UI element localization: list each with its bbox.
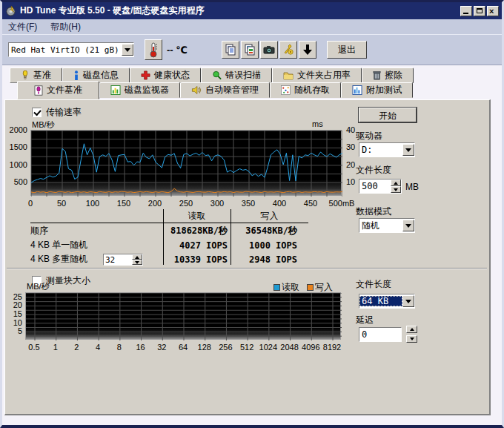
table-row: 4 KB 单一随机 4027 IOPS 1000 IOPS — [30, 238, 308, 252]
tab-label: 文件基准 — [47, 84, 82, 96]
block-size-chart: MB/秒 读取 写入 2520151050.512481632641282565… — [7, 279, 361, 352]
temperature-button[interactable] — [145, 39, 162, 60]
file-length-spinner[interactable]: 500 — [359, 179, 402, 194]
tab-extra-tests[interactable]: 附加测试 — [341, 82, 413, 98]
titlebar: HD Tune 专业版 5.50 - 硬盘/固态硬盘实用程序 × — [2, 2, 502, 19]
exit-button[interactable]: 退出 — [327, 41, 367, 59]
data-mode-label: 数据模式 — [356, 205, 391, 218]
axis-tick: 15 — [7, 309, 22, 318]
axis-tick: 10 — [346, 177, 355, 186]
tab-erase[interactable]: 擦除 — [362, 68, 414, 83]
results-table: 读取 写入 顺序 818628KB/秒 36548KB/秒 4 KB 单一随机 … — [30, 209, 312, 267]
data-mode-dropdown[interactable]: 随机 — [359, 218, 415, 233]
y-axis-label: MB/秒 — [27, 281, 50, 292]
table-row: 4 KB 多重随机 32 10339 IOPS 2948 IOPS — [30, 252, 308, 266]
write-column-header: 写入 — [231, 210, 308, 223]
drive-dropdown-arrow[interactable] — [402, 144, 414, 156]
window-title: HD Tune 专业版 5.50 - 硬盘/固态硬盘实用程序 — [20, 4, 459, 17]
write-swatch — [307, 284, 314, 291]
transfer-rate-checkbox-row: 传输速率 — [32, 106, 82, 119]
chevron-down-icon — [125, 48, 130, 52]
transfer-rate-checkbox[interactable] — [32, 108, 42, 117]
read-value: 818628KB/秒 — [166, 225, 228, 237]
transfer-rate-chart: MB/秒 ms 20001500100050040302010050100150… — [7, 119, 361, 209]
tab-label: 健康状态 — [154, 69, 190, 82]
tab-file-benchmark[interactable]: 文件基准 — [17, 81, 99, 99]
axis-tick: 10 — [7, 318, 22, 327]
copy-image-button[interactable] — [241, 41, 259, 59]
axis-tick: 0 — [28, 199, 33, 208]
copy-text-button[interactable] — [222, 41, 239, 59]
axis-tick: 32 — [157, 343, 166, 352]
client-area: 基准 磁盘信息 健康状态 错误扫描 文件夹占用率 擦除 — [2, 65, 502, 425]
axis-tick: 300 — [210, 199, 224, 208]
axis-tick: 500mB — [329, 199, 355, 208]
block-file-length-value: 64 KB — [359, 296, 402, 306]
data-mode-dropdown-arrow[interactable] — [402, 220, 414, 231]
spin-up-button[interactable] — [132, 254, 142, 260]
drive-combobox[interactable]: Red Hat VirtIO (21 gB) — [8, 42, 134, 57]
menu-file[interactable]: 文件(F) — [8, 21, 37, 33]
delay-up-button[interactable] — [406, 326, 417, 333]
queue-depth-spinner[interactable]: 32 — [103, 254, 143, 266]
read-value: 10339 IOPS — [166, 254, 228, 265]
disk-monitor-icon — [110, 85, 121, 95]
options-button[interactable] — [279, 41, 297, 59]
speaker-icon — [191, 85, 202, 95]
tab-label: 基准 — [33, 69, 51, 82]
spin-down-button[interactable] — [132, 260, 142, 265]
tab-label: 错误扫描 — [225, 69, 261, 82]
row-label: 顺序 — [30, 225, 48, 237]
copy-text-icon — [225, 44, 236, 56]
tab-folder-usage[interactable]: 文件夹占用率 — [272, 68, 362, 83]
menu-help[interactable]: 帮助(H) — [50, 21, 81, 33]
transfer-rate-checkbox-label: 传输速率 — [46, 106, 82, 119]
close-button[interactable]: × — [487, 6, 499, 16]
delay-down-button[interactable] — [406, 335, 417, 343]
drive-label: 驱动器 — [356, 130, 382, 142]
queue-depth-value: 32 — [104, 255, 132, 265]
axis-tick: 1024 — [259, 343, 277, 352]
read-value: 4027 IOPS — [166, 240, 228, 251]
spin-down-button[interactable] — [391, 186, 401, 193]
block-file-length-dropdown-arrow[interactable] — [402, 295, 414, 307]
app-window: HD Tune 专业版 5.50 - 硬盘/固态硬盘实用程序 × 文件(F) 帮… — [0, 0, 504, 428]
axis-tick: 128 — [198, 343, 211, 352]
start-button[interactable]: 开始 — [359, 108, 417, 122]
drive-dropdown[interactable]: D: — [359, 142, 415, 157]
axis-tick: 30 — [346, 142, 355, 151]
row-label: 4 KB 多重随机 — [30, 253, 87, 266]
axis-tick: 20 — [346, 160, 355, 169]
drive-combobox-arrow[interactable] — [122, 44, 133, 56]
minimize-button[interactable] — [460, 6, 472, 16]
file-length-value: 500 — [359, 181, 391, 191]
delay-input[interactable]: 0 — [359, 327, 402, 342]
axis-tick: 2048 — [280, 343, 298, 352]
block-file-length-dropdown[interactable]: 64 KB — [359, 294, 415, 309]
axis-tick: 1000 — [7, 160, 27, 169]
trash-icon — [373, 70, 381, 80]
table-divider — [30, 223, 308, 223]
maximize-button[interactable] — [474, 6, 485, 16]
tab-disk-monitor[interactable]: 磁盘监视器 — [99, 82, 180, 98]
tab-error-scan[interactable]: 错误扫描 — [201, 68, 272, 83]
scroll-button[interactable] — [299, 41, 316, 59]
tab-health[interactable]: 健康状态 — [130, 68, 201, 83]
file-benchmark-page: 传输速率 MB/秒 ms 200015001000500403020100501… — [4, 99, 491, 415]
transfer-rate-plot — [30, 130, 342, 196]
spin-up-button[interactable] — [391, 180, 401, 186]
block-file-length-label: 文件长度 — [356, 278, 391, 291]
axis-tick: 5 — [7, 326, 22, 335]
tab-aam[interactable]: 自动噪音管理 — [180, 82, 270, 98]
write-value: 36548KB/秒 — [235, 225, 297, 237]
drive-value: D: — [359, 145, 402, 155]
screenshot-button[interactable] — [260, 41, 278, 59]
y2-axis-label: ms — [312, 119, 323, 128]
tab-random-access[interactable]: 随机存取 — [270, 82, 341, 98]
tab-label: 擦除 — [385, 69, 402, 82]
axis-tick: 25 — [7, 292, 22, 301]
copy-image-icon — [244, 44, 256, 56]
drive-combobox-value: Red Hat VirtIO (21 gB) — [9, 45, 122, 55]
axis-tick: 20 — [7, 300, 22, 309]
random-dots-icon — [281, 85, 291, 95]
